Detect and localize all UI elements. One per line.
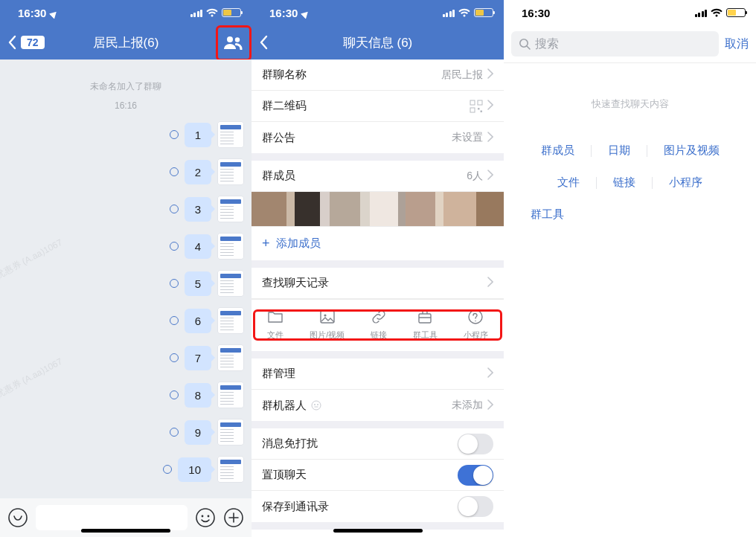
chevron-right-icon [487,399,493,412]
tool-media-label: 图片/视频 [310,329,345,341]
cat-members[interactable]: 群成员 [525,144,591,158]
read-indicator-icon [170,428,179,437]
avatar[interactable] [217,121,244,148]
voice-input-icon[interactable] [7,507,28,528]
group-qr-row[interactable]: 群二维码 [252,91,504,122]
message-input[interactable] [36,505,188,530]
pin-switch[interactable] [458,465,493,486]
search-input[interactable]: 搜索 [511,31,719,57]
save-contacts-row[interactable]: 保存到通讯录 [252,491,504,522]
battery-icon [474,8,493,17]
svg-point-15 [469,310,482,324]
group-bot-row[interactable]: 群机器人 未添加 [252,390,504,421]
back-button[interactable] [259,25,268,60]
tool-group-label: 群工具 [413,329,438,341]
plus-icon[interactable] [223,507,244,528]
read-indicator-icon [170,316,179,325]
avatar[interactable] [217,270,244,297]
group-manage-row[interactable]: 群管理 [252,358,504,390]
cat-links[interactable]: 链接 [597,176,652,190]
group-name-row[interactable]: 群聊名称 居民上报 [252,60,504,91]
people-icon [223,35,243,50]
cat-files[interactable]: 文件 [541,176,596,190]
home-indicator [81,529,170,533]
emoji-icon[interactable] [195,507,216,528]
avatar[interactable] [217,307,244,334]
tool-links[interactable]: 链接 [371,309,387,341]
message-row[interactable]: 5 [7,270,244,297]
message-row[interactable]: 6 [7,307,244,334]
tool-miniapp[interactable]: 小程序 [464,309,488,341]
mute-switch[interactable] [458,434,493,454]
save-contacts-switch[interactable] [458,496,493,517]
cat-tools[interactable]: 群工具 [531,208,580,222]
search-placeholder: 搜索 [535,36,559,52]
message-row[interactable]: 2 [7,158,244,185]
cat-miniapp[interactable]: 小程序 [653,176,719,190]
avatar[interactable] [217,382,244,408]
avatar[interactable] [217,158,244,185]
location-arrow-icon [301,9,310,19]
message-bubble: 8 [185,383,211,408]
member-avatars-mosaic[interactable] [252,192,504,226]
unread-badge: 72 [21,36,45,49]
message-bubble: 4 [185,234,211,259]
tool-group-tools[interactable]: 群工具 [413,309,438,341]
mute-row[interactable]: 消息免打扰 [252,428,504,460]
tool-files[interactable]: 文件 [267,309,284,341]
message-bubble: 7 [185,346,211,370]
group-members-row[interactable]: 群成员 6人 [252,161,504,192]
wifi-icon [206,8,218,17]
read-indicator-icon [170,130,179,139]
message-row[interactable]: 3 [7,196,244,222]
group-members-button[interactable] [214,25,252,60]
search-bar: 搜索 取消 [504,25,756,62]
pin-row[interactable]: 置顶聊天 [252,460,504,491]
chat-header-area: 16:30 72 居民上报(6) [0,0,252,60]
search-chat-history-row[interactable]: 查找聊天记录 [252,268,504,299]
cat-media[interactable]: 图片及视频 [647,144,736,158]
message-row[interactable]: 1 [7,121,244,148]
message-row[interactable]: 4 [7,233,244,260]
chat-screen: 16:30 72 居民上报(6) [0,0,252,537]
message-row[interactable]: 9 [7,419,244,446]
home-indicator [333,529,423,533]
back-button[interactable]: 72 [7,25,45,60]
chat-info-screen: 16:30 聊天信息 (6) 群聊名称 居民上报 [252,0,504,537]
message-row[interactable]: 10 [7,456,244,483]
miniapp-icon [467,309,484,325]
avatar[interactable] [217,233,244,260]
battery-icon [222,8,241,17]
cat-date[interactable]: 日期 [592,144,647,158]
avatar[interactable] [217,456,244,483]
avatar[interactable] [217,196,244,222]
image-icon [319,309,336,325]
message-row[interactable]: 7 [7,344,244,371]
group-announce-value: 未设置 [452,131,483,144]
svg-point-16 [312,401,321,410]
message-bubble: 5 [185,271,211,296]
briefcase-icon [417,309,433,325]
group-bot-label: 群机器人 [262,399,307,413]
settings-body[interactable]: 群聊名称 居民上报 群二维码 群公告 未设置 群成员 [252,60,504,537]
save-contacts-label: 保存到通讯录 [262,500,329,514]
group-members-value: 6人 [467,170,483,183]
avatar[interactable] [217,344,244,371]
status-time: 16:30 [18,7,46,19]
system-timestamp: 16:16 [0,100,252,111]
chevron-right-icon [487,132,493,144]
plus-icon: + [262,236,270,251]
status-time: 16:30 [269,7,298,19]
message-row[interactable]: 8 [7,382,244,408]
chat-body[interactable]: 优惠券 (A.aa)1067 优惠券 (A.aa)1067 未命名加入了群聊 1… [0,60,252,498]
search-hint: 快速查找聊天内容 [504,97,756,111]
cancel-button[interactable]: 取消 [725,36,749,52]
group-announce-row[interactable]: 群公告 未设置 [252,122,504,153]
svg-rect-14 [419,314,431,323]
add-member-button[interactable]: + 添加成员 [252,227,504,260]
avatar[interactable] [217,419,244,446]
chevron-right-icon [487,170,493,182]
group-bot-value: 未添加 [452,399,483,412]
svg-point-0 [227,36,233,42]
tool-media[interactable]: 图片/视频 [310,309,345,341]
